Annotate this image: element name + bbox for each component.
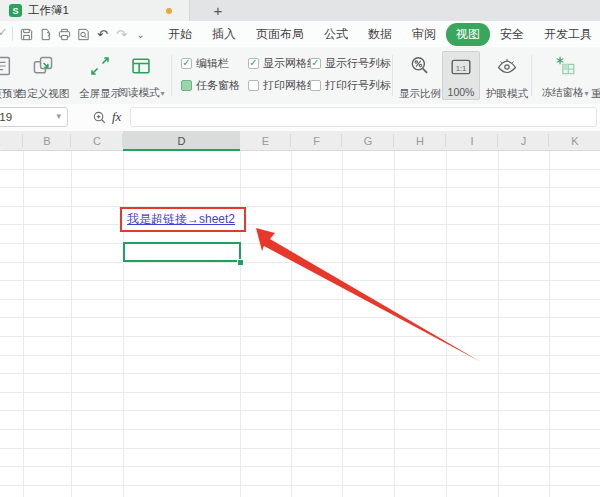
print-headings-label: 打印行号列标 [325,78,391,93]
name-box-value: D19 [0,111,12,123]
print-headings[interactable]: 打印行号列标 [310,78,391,92]
gridline [394,151,395,497]
ribbon-separator [531,55,532,96]
column-header-g[interactable]: G [342,131,394,150]
gridline [0,336,600,337]
ribbon-separator [392,55,393,96]
clipped-toolbar-icon: ✓ [0,26,8,42]
print-headings-checkbox-icon [310,80,321,91]
magnifier-search-icon[interactable] [92,110,107,125]
redo-icon[interactable]: ↷ [112,25,131,44]
page-break-preview-icon [0,54,13,78]
gridline [123,151,124,497]
column-header-f[interactable]: F [291,131,342,150]
task-pane-toggle-checkbox-icon [181,80,192,91]
menu-tab-review[interactable]: 审阅 [402,24,446,45]
gridline [71,151,72,497]
gridline [0,373,600,374]
new-tab-button[interactable]: + [205,0,231,21]
insert-function-fx-button[interactable]: fx [112,109,121,125]
name-box[interactable]: D19 ▾ [0,107,68,127]
gridline [0,169,600,170]
fill-handle[interactable] [237,259,244,266]
gridline [0,206,600,207]
print-gridlines[interactable]: 打印网格线 [248,78,318,92]
column-header-j[interactable]: J [498,131,549,150]
reading-mode-label: 阅读模式▾ [117,87,164,98]
custom-views-icon [32,54,54,78]
freeze-panes-dropdown-caret-icon: ▾ [584,89,588,98]
svg-text:1:1: 1:1 [456,64,467,73]
gridline [0,410,600,411]
spreadsheet-grid[interactable]: ABCDEFGHIJK 我是超链接→sheet2 [0,131,600,497]
freeze-panes-button[interactable]: 冻结窗格▾ [535,51,595,100]
eye-protection-label: 护眼模式 [486,88,528,99]
formula-bar-toggle[interactable]: ✓编辑栏 [181,56,229,70]
save-icon[interactable] [17,25,36,44]
menu-tab-security[interactable]: 安全 [490,24,534,45]
gridline [291,151,292,497]
wps-spreadsheet-window: S 工作簿1 + ✓ ↶↷⌄ 开始插入页面布局公式数据审阅视图安全开发工具特色功… [0,0,600,497]
document-tab[interactable]: S 工作簿1 [0,0,190,21]
zoom-100-label: 100% [448,87,475,98]
reading-mode-dropdown-caret-icon: ▾ [160,89,164,98]
custom-views-button[interactable]: 自定义视图 [14,51,72,100]
column-header-e[interactable]: E [240,131,291,150]
task-pane-toggle-label: 任务窗格 [196,78,240,93]
menu-tab-insert[interactable]: 插入 [202,24,246,45]
ribbon-tab-strip: 开始插入页面布局公式数据审阅视图安全开发工具特色功能 [158,21,600,47]
zoom-scale-label: 显示比例 [399,88,441,99]
gridline [0,429,600,430]
gridline [498,151,499,497]
column-header-a[interactable]: A [0,131,23,150]
menu-tab-data[interactable]: 数据 [358,24,402,45]
column-header-b[interactable]: B [23,131,71,150]
selected-cell[interactable] [123,242,241,262]
task-pane-toggle[interactable]: 任务窗格 [181,78,240,92]
arrange-windows-button[interactable]: 重排窗口 [589,51,600,100]
show-headings-label: 显示行号列标 [325,56,391,71]
menu-tab-formulas[interactable]: 公式 [314,24,358,45]
print-preview-icon[interactable] [74,25,93,44]
undo-icon[interactable]: ↶ [93,25,112,44]
print-gridlines-checkbox-icon [248,80,259,91]
ribbon-separator [171,55,172,96]
column-header-row: ABCDEFGHIJK [0,131,600,151]
menu-tab-view[interactable]: 视图 [446,23,490,46]
zoom-100-button[interactable]: 1:1100% [442,51,480,100]
menu-tab-dev-tools[interactable]: 开发工具 [534,24,600,45]
show-gridlines[interactable]: ✓显示网格线 [248,56,318,70]
print-icon[interactable] [55,25,74,44]
menu-tab-home[interactable]: 开始 [158,24,202,45]
reading-mode-icon [130,54,152,78]
hyperlink-cell[interactable]: 我是超链接→sheet2 [127,210,235,229]
formula-input[interactable] [130,107,597,127]
column-header-k[interactable]: K [549,131,600,150]
reading-mode-button[interactable]: 阅读模式▾ [110,51,172,100]
unsaved-indicator-dot [166,8,172,14]
column-header-h[interactable]: H [394,131,446,150]
zoom-scale-button[interactable]: 显示比例 [396,51,444,100]
toolbar-options-icon[interactable]: ⌄ [131,25,150,44]
column-header-c[interactable]: C [71,131,123,150]
eye-protection-icon [496,54,518,78]
custom-views-label: 自定义视图 [17,88,70,99]
document-title: 工作簿1 [28,3,69,18]
show-headings[interactable]: ✓显示行号列标 [310,56,391,70]
eye-protection-button[interactable]: 护眼模式 [479,51,535,100]
window-tab-bar: S 工作簿1 + [0,0,600,21]
column-header-i[interactable]: I [446,131,498,150]
name-box-caret-icon[interactable]: ▾ [56,111,61,121]
gridline [0,243,600,244]
menu-tab-page-layout[interactable]: 页面布局 [246,24,314,45]
gridline [549,151,550,497]
wps-spreadsheet-logo-icon: S [9,4,22,17]
arrange-windows-label: 重排窗口 [591,88,600,99]
column-header-d[interactable]: D [123,131,240,150]
freeze-panes-icon [554,54,576,78]
view-ribbon: 分页预览自定义视图全屏显示阅读模式▾显示比例1:1100%护眼模式冻结窗格▾重排… [0,47,600,105]
annotation-arrow [0,131,600,497]
gridline [0,187,600,188]
export-icon[interactable] [36,25,55,44]
gridline [0,466,600,467]
